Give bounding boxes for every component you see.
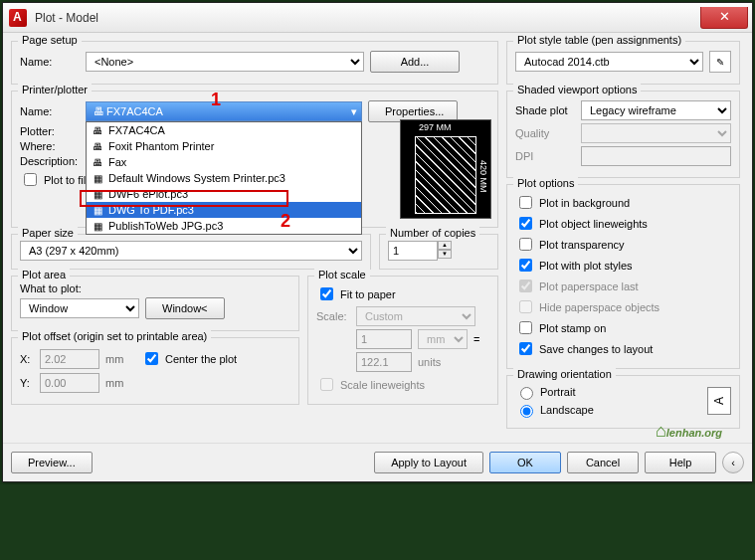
x-unit: mm [105, 353, 135, 365]
x-label: X: [20, 353, 34, 365]
plotter-icon: ▦ [91, 173, 104, 184]
landscape-radio[interactable] [520, 405, 533, 418]
preview-button[interactable]: Preview... [11, 452, 93, 473]
plot-bg-checkbox[interactable] [519, 196, 532, 209]
plot-stamp-checkbox[interactable] [519, 321, 532, 334]
dpi-input [581, 146, 731, 166]
plot-options-group: Plot options Plot in background Plot obj… [506, 184, 740, 369]
expand-arrow-button[interactable]: ‹ [722, 452, 744, 473]
plot-to-file-checkbox[interactable] [24, 173, 37, 186]
page-setup-group: Page setup Name: <None> Add... [11, 41, 498, 85]
annotation-2: 2 [281, 211, 290, 232]
plot-style-select[interactable]: Autocad 2014.ctb [515, 52, 703, 72]
printer-option[interactable]: 🖶FX7AC4CA [87, 122, 361, 138]
plot-offset-title: Plot offset (origin set to printable are… [18, 330, 211, 342]
titlebar: Plot - Model ✕ [3, 3, 752, 33]
page-setup-name-label: Name: [20, 56, 80, 68]
orientation-title: Drawing orientation [513, 368, 616, 380]
dpi-label: DPI [515, 150, 575, 162]
description-label: Description: [20, 155, 80, 167]
preview-height-label: 420 MM [478, 160, 488, 193]
printer-name-dropdown[interactable]: 🖶 FX7AC4CA ▾ 🖶FX7AC4CA 🖶Foxit Phantom Pr… [86, 101, 362, 121]
plot-lw-checkbox[interactable] [519, 217, 532, 230]
what-to-plot-select[interactable]: Window [20, 298, 139, 318]
copies-up[interactable]: ▲ [438, 241, 452, 250]
printer-title: Printer/plotter [18, 84, 92, 95]
edit-style-button[interactable]: ✎ [709, 51, 731, 73]
printer-option[interactable]: ▦DWF6 ePlot.pc3 [87, 186, 361, 202]
scale-lineweights-label: Scale lineweights [340, 379, 425, 391]
what-to-plot-label: What to plot: [20, 282, 290, 294]
equals-label: = [473, 333, 479, 345]
printer-option-highlighted[interactable]: ▦DWG To PDF.pc3 [87, 202, 361, 218]
scale-select: Custom [356, 306, 475, 326]
house-icon: ⌂ [656, 421, 666, 441]
printer-option[interactable]: 🖶Foxit Phantom Printer [87, 138, 361, 154]
plot-styles-checkbox[interactable] [519, 259, 532, 272]
save-layout-checkbox[interactable] [519, 342, 532, 355]
shade-plot-select[interactable]: Legacy wireframe [581, 100, 731, 120]
plot-area-group: Plot area What to plot: Window Window< [11, 276, 299, 331]
center-plot-checkbox[interactable] [145, 352, 158, 365]
printer-option[interactable]: 🖶Fax [87, 154, 361, 170]
fit-to-paper-label: Fit to paper [340, 288, 396, 300]
plot-trans-checkbox[interactable] [519, 238, 532, 251]
help-button[interactable]: Help [645, 452, 716, 473]
paper-size-group: Paper size A3 (297 x 420mm) [11, 234, 371, 270]
quality-label: Quality [515, 127, 575, 139]
cancel-button[interactable]: Cancel [567, 452, 639, 473]
app-logo-icon [9, 9, 27, 27]
printer-icon: 🖶 [91, 157, 104, 168]
y-label: Y: [20, 377, 34, 389]
plot-offset-group: Plot offset (origin set to printable are… [11, 337, 299, 405]
orientation-icon: A [707, 387, 731, 415]
quality-select [581, 123, 731, 143]
dialog-body: Page setup Name: <None> Add... Printer/p… [3, 33, 752, 443]
page-setup-name-select[interactable]: <None> [86, 52, 364, 72]
portrait-radio[interactable] [520, 387, 533, 400]
plotter-icon: ▦ [91, 205, 104, 216]
copies-input[interactable] [388, 241, 438, 261]
printer-selected: FX7AC4CA [106, 105, 163, 117]
offset-x-input [40, 349, 99, 369]
y-unit: mm [105, 377, 135, 389]
printer-icon: 🖶 [91, 125, 104, 136]
offset-y-input [40, 373, 99, 393]
shaded-title: Shaded viewport options [513, 84, 641, 95]
plot-style-table-group: Plot style table (pen assignments) Autoc… [506, 41, 740, 85]
fit-to-paper-checkbox[interactable] [320, 287, 333, 300]
window-pick-button[interactable]: Window< [145, 297, 225, 319]
copies-title: Number of copies [386, 227, 479, 239]
close-button[interactable]: ✕ [700, 7, 748, 29]
chevron-down-icon: ▾ [351, 105, 357, 118]
plot-area-title: Plot area [18, 269, 70, 280]
preview-width-label: 297 MM [419, 122, 452, 132]
scale-label: Scale: [316, 310, 350, 322]
paper-preview: 297 MM 420 MM [400, 119, 491, 219]
page-setup-title: Page setup [18, 34, 82, 46]
apply-layout-button[interactable]: Apply to Layout [374, 452, 483, 473]
scale-den-input [356, 352, 412, 372]
scale-unit-select: mm [418, 329, 468, 349]
plotter-label: Plotter: [20, 125, 80, 137]
dialog-footer: Preview... Apply to Layout OK Cancel Hel… [3, 443, 752, 481]
plot-dialog: Plot - Model ✕ Page setup Name: <None> A… [2, 2, 753, 482]
copies-down[interactable]: ▼ [438, 250, 452, 259]
hide-pspace-checkbox [519, 300, 532, 313]
printer-dropdown-list: 🖶FX7AC4CA 🖶Foxit Phantom Printer 🖶Fax ▦D… [86, 121, 362, 235]
add-page-setup-button[interactable]: Add... [370, 51, 460, 73]
shade-plot-label: Shade plot [515, 104, 575, 116]
plot-options-title: Plot options [513, 177, 578, 189]
printer-option[interactable]: ▦Default Windows System Printer.pc3 [87, 170, 361, 186]
annotation-1: 1 [211, 90, 221, 110]
plot-scale-group: Plot scale Fit to paper Scale: Custom mm… [307, 276, 498, 405]
printer-option[interactable]: ▦PublishToWeb JPG.pc3 [87, 218, 361, 234]
shaded-viewport-group: Shaded viewport options Shade plotLegacy… [506, 91, 740, 178]
where-label: Where: [20, 140, 80, 152]
preview-hatch [415, 136, 476, 214]
plotter-icon: ▦ [91, 189, 104, 200]
ok-button[interactable]: OK [489, 452, 561, 473]
scale-num-input [356, 329, 412, 349]
plotter-icon: ▦ [91, 221, 104, 232]
paper-size-select[interactable]: A3 (297 x 420mm) [20, 241, 362, 261]
